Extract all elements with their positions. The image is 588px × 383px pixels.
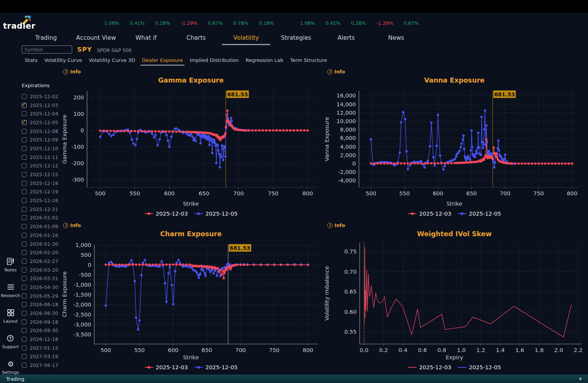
tab-dealer-exposure[interactable]: Dealer Exposure xyxy=(142,57,183,66)
nav-item-charts[interactable]: Charts xyxy=(171,34,221,46)
legend-item[interactable]: 2025-12-03 xyxy=(144,364,188,370)
expiration-item[interactable]: 2025-12-19 xyxy=(22,188,65,196)
expiration-checkbox[interactable] xyxy=(22,268,27,273)
expiration-item[interactable]: 2026-01-02 xyxy=(22,214,65,222)
expiration-checkbox[interactable] xyxy=(22,285,27,290)
expiration-item[interactable]: 2025-12-08 xyxy=(22,127,65,136)
info-button[interactable]: iInfo xyxy=(327,69,345,75)
rail-item-layout[interactable]: Layout xyxy=(3,309,18,324)
expiration-item[interactable]: 2027-06-17 xyxy=(22,361,65,370)
expiration-checkbox[interactable] xyxy=(22,103,27,108)
expiration-item[interactable]: 2026-01-16 xyxy=(22,231,65,240)
expiration-item[interactable]: 2025-12-10 xyxy=(22,144,65,153)
tab-volatility-curve[interactable]: Volatility Curve xyxy=(44,57,82,66)
expiration-item[interactable]: 2027-03-19 xyxy=(22,352,65,361)
expiration-item[interactable]: 2025-12-31 xyxy=(22,205,65,214)
expiration-checkbox[interactable] xyxy=(22,294,27,299)
expiration-checkbox[interactable] xyxy=(22,337,27,342)
expiration-item[interactable]: 2027-01-15 xyxy=(22,344,65,352)
expiration-item[interactable]: 2026-01-09 xyxy=(22,222,65,231)
expiration-item[interactable]: 2026-09-18 xyxy=(22,318,65,326)
expiration-checkbox[interactable] xyxy=(22,363,27,368)
legend-item[interactable]: 2025-12-05 xyxy=(194,364,237,370)
expiration-item[interactable]: 2025-12-03 xyxy=(22,101,65,110)
nav-item-alerts[interactable]: Alerts xyxy=(321,34,371,46)
tab-volatility-curve-3d[interactable]: Volatility Curve 3D xyxy=(89,57,135,66)
nav-item-account-view[interactable]: Account View xyxy=(71,34,121,46)
tab-regression-lab[interactable]: Regression Lab xyxy=(246,57,283,66)
expiration-checkbox[interactable] xyxy=(22,163,27,168)
expiration-item[interactable]: 2026-04-30 xyxy=(22,283,65,292)
legend-item[interactable]: 2025-12-03 xyxy=(408,211,451,217)
expiration-item[interactable]: 2026-09-30 xyxy=(22,326,65,335)
expiration-item[interactable]: 2026-12-18 xyxy=(22,335,65,344)
expiration-item[interactable]: 2025-12-02 xyxy=(22,92,65,101)
expiration-item[interactable]: 2025-12-09 xyxy=(22,135,65,144)
expiration-checkbox[interactable] xyxy=(22,311,27,316)
expiration-item[interactable]: 2025-12-04 xyxy=(22,109,65,118)
nav-item-strategies[interactable]: Strategies xyxy=(271,34,321,46)
tab-term-structure[interactable]: Term Structure xyxy=(290,57,327,66)
expiration-checkbox[interactable] xyxy=(22,346,27,351)
expiration-item[interactable]: 2026-02-27 xyxy=(22,257,65,266)
expiration-checkbox[interactable] xyxy=(22,224,27,229)
expiration-checkbox[interactable] xyxy=(22,198,27,203)
expiration-checkbox[interactable] xyxy=(22,94,27,99)
expiration-item[interactable]: 2025-12-26 xyxy=(22,196,65,205)
expiration-item[interactable]: 2025-12-15 xyxy=(22,170,65,179)
rail-item-support[interactable]: ?Support xyxy=(2,334,19,349)
expiration-item[interactable]: 2025-12-16 xyxy=(22,179,65,188)
symbol-input[interactable] xyxy=(22,45,72,54)
rail-item-research[interactable]: Research xyxy=(1,283,20,298)
expiration-checkbox[interactable] xyxy=(22,155,27,160)
expiration-checkbox[interactable] xyxy=(22,354,27,359)
legend-item[interactable]: 2025-12-03 xyxy=(144,211,188,217)
expiration-checkbox[interactable] xyxy=(22,111,27,116)
expiration-checkbox[interactable] xyxy=(22,189,27,194)
expiration-checkbox[interactable] xyxy=(22,328,27,333)
expiration-item[interactable]: 2026-06-18 xyxy=(22,300,65,309)
expiration-checkbox[interactable] xyxy=(22,129,27,134)
rail-item-settings[interactable]: ⚙Settings xyxy=(2,360,19,375)
expiration-checkbox[interactable] xyxy=(22,302,27,307)
expiration-checkbox[interactable] xyxy=(22,276,27,281)
expiration-item[interactable]: 2025-12-12 xyxy=(22,162,65,170)
tab-implied-distribution[interactable]: Implied Distribution xyxy=(190,57,239,66)
expiration-item[interactable]: 2026-02-20 xyxy=(22,248,65,257)
expiration-checkbox[interactable] xyxy=(22,207,27,212)
rail-item-notes[interactable]: Notes xyxy=(5,258,17,273)
expiration-checkbox[interactable] xyxy=(22,320,27,325)
legend-item[interactable]: 2025-12-03 xyxy=(408,364,451,370)
info-button[interactable]: iInfo xyxy=(327,222,345,228)
svg-text:-1,500: -1,500 xyxy=(73,292,91,298)
expiration-checkbox[interactable] xyxy=(22,120,27,125)
expiration-item[interactable]: 2026-05-29 xyxy=(22,292,65,300)
status-expand-caret-icon[interactable]: ▼ xyxy=(579,377,582,381)
nav-item-news[interactable]: News xyxy=(371,34,421,46)
expiration-item[interactable]: 2026-01-30 xyxy=(22,240,65,248)
expiration-item[interactable]: 2026-06-30 xyxy=(22,309,65,318)
expiration-item[interactable]: 2026-03-20 xyxy=(22,266,65,274)
expiration-checkbox[interactable] xyxy=(22,146,27,151)
expiration-checkbox[interactable] xyxy=(22,137,27,142)
nav-item-trading[interactable]: Trading xyxy=(21,34,71,46)
expiration-checkbox[interactable] xyxy=(22,250,27,255)
tradier-logo[interactable]: tradier xyxy=(2,15,37,32)
expiration-item[interactable]: 2025-12-11 xyxy=(22,153,65,162)
info-button[interactable]: iInfo xyxy=(63,222,81,228)
tab-stats[interactable]: Stats xyxy=(25,57,37,66)
expiration-checkbox[interactable] xyxy=(22,215,27,220)
expiration-checkbox[interactable] xyxy=(22,172,27,177)
nav-item-volatility[interactable]: Volatility xyxy=(221,34,271,46)
expiration-checkbox[interactable] xyxy=(22,242,27,247)
expiration-item[interactable]: 2025-12-05 xyxy=(22,118,65,127)
expiration-checkbox[interactable] xyxy=(22,233,27,238)
expiration-item[interactable]: 2026-03-31 xyxy=(22,274,65,283)
legend-item[interactable]: 2025-12-05 xyxy=(194,211,237,217)
expiration-checkbox[interactable] xyxy=(22,259,27,264)
expiration-checkbox[interactable] xyxy=(22,181,27,186)
nav-item-what-if[interactable]: What if xyxy=(121,34,171,46)
legend-item[interactable]: 2025-12-05 xyxy=(457,211,501,217)
legend-item[interactable]: 2025-12-05 xyxy=(457,364,501,370)
info-button[interactable]: iInfo xyxy=(63,69,81,75)
